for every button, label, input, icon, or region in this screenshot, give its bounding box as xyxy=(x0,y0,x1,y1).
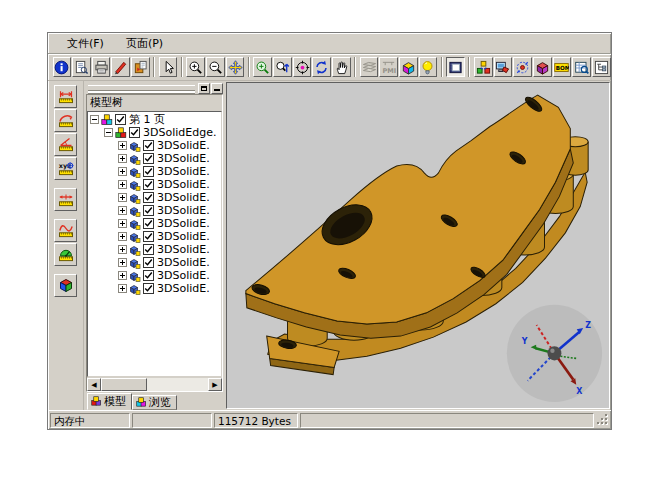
tree-node-label[interactable]: 3DSolidE. xyxy=(157,178,210,191)
expand-icon[interactable] xyxy=(118,154,127,163)
part-icon xyxy=(129,205,141,217)
part-icon xyxy=(129,244,141,256)
expand-icon[interactable] xyxy=(118,141,127,150)
part-icon xyxy=(129,153,141,165)
measure-radius-button[interactable] xyxy=(54,109,77,132)
tree-node-label[interactable]: 第 1 页 xyxy=(129,112,165,127)
collapse-icon[interactable] xyxy=(90,115,99,124)
table-view-button[interactable] xyxy=(572,57,591,77)
rotate-center-button[interactable] xyxy=(513,57,532,77)
select-button[interactable] xyxy=(159,57,178,77)
menu-item-0[interactable]: 文件(F) xyxy=(58,34,113,53)
tab-browse[interactable]: 浏览 xyxy=(132,395,177,410)
measure-volume-button[interactable] xyxy=(54,274,77,297)
visibility-checkbox[interactable] xyxy=(143,244,154,255)
expand-icon[interactable] xyxy=(118,232,127,241)
zoom-out-button[interactable] xyxy=(206,57,225,77)
visibility-checkbox[interactable] xyxy=(143,231,154,242)
tree-node-label[interactable]: 3DSolidE. xyxy=(157,204,210,217)
visibility-checkbox[interactable] xyxy=(143,140,154,151)
expand-icon[interactable] xyxy=(118,206,127,215)
maximize-icon xyxy=(201,86,207,91)
expand-icon[interactable] xyxy=(118,167,127,176)
tree-node-label[interactable]: 3DSolidE. xyxy=(157,269,210,282)
lighting-button[interactable] xyxy=(419,57,438,77)
measure-length-button[interactable] xyxy=(54,188,77,211)
expand-icon[interactable] xyxy=(118,245,127,254)
visibility-checkbox[interactable] xyxy=(143,205,154,216)
zoom-in-button[interactable] xyxy=(186,57,205,77)
scroll-thumb[interactable] xyxy=(101,378,147,391)
tree-node-label[interactable]: 3DSolidE. xyxy=(157,282,210,295)
solid-part-button[interactable] xyxy=(533,57,552,77)
measure-length-icon xyxy=(58,191,74,207)
zoom-window-button[interactable] xyxy=(273,57,292,77)
3d-model-canvas[interactable]: ZXY xyxy=(227,83,609,408)
measure-curve-button[interactable] xyxy=(54,219,77,242)
tree-node-label[interactable]: 3DSolidE. xyxy=(157,230,210,243)
assembly-button[interactable] xyxy=(474,57,493,77)
structure-list-button[interactable] xyxy=(592,57,611,77)
visibility-checkbox[interactable] xyxy=(143,192,154,203)
viewport-3d[interactable]: ZXY xyxy=(226,82,610,409)
tree-node-label[interactable]: 3DSolidE. xyxy=(157,217,210,230)
rotate-button[interactable] xyxy=(312,57,331,77)
visibility-checkbox[interactable] xyxy=(143,153,154,164)
part-icon xyxy=(129,218,141,230)
visibility-checkbox[interactable] xyxy=(143,218,154,229)
export-button[interactable] xyxy=(131,57,150,77)
annotate-button[interactable] xyxy=(111,57,130,77)
measure-coordinate-button[interactable]: xyz xyxy=(54,157,77,180)
expand-icon[interactable] xyxy=(118,219,127,228)
expand-icon[interactable] xyxy=(118,284,127,293)
tree-node-label[interactable]: 3DSolidEdge. xyxy=(143,126,216,139)
workstation-button[interactable] xyxy=(494,57,513,77)
views-button[interactable] xyxy=(399,57,418,77)
visibility-checkbox[interactable] xyxy=(143,270,154,281)
visibility-checkbox[interactable] xyxy=(115,114,126,125)
collapse-icon[interactable] xyxy=(104,128,113,137)
measure-xyz-icon: xyz xyxy=(58,160,74,176)
tree-row: 3DSolidE. xyxy=(88,191,221,204)
panel-gripper[interactable] xyxy=(86,82,223,94)
panel-maximize-button[interactable] xyxy=(198,83,210,94)
layers-button[interactable] xyxy=(360,57,379,77)
visibility-checkbox[interactable] xyxy=(129,127,140,138)
visibility-checkbox[interactable] xyxy=(143,257,154,268)
model-tree-toggle-button[interactable] xyxy=(446,57,465,77)
tree-node-label[interactable]: 3DSolidE. xyxy=(157,256,210,269)
resize-grip-icon[interactable] xyxy=(596,413,609,428)
pan-hand-button[interactable] xyxy=(332,57,351,77)
about-button[interactable] xyxy=(53,57,72,77)
zoom-dynamic-button[interactable] xyxy=(253,57,272,77)
visibility-checkbox[interactable] xyxy=(143,179,154,190)
measure-gauge-button[interactable] xyxy=(54,243,77,266)
print-preview-button[interactable] xyxy=(72,57,91,77)
expand-icon[interactable] xyxy=(118,271,127,280)
bom-button[interactable]: BOM xyxy=(553,57,572,77)
tree-node-label[interactable]: 3DSolidE. xyxy=(157,191,210,204)
pan-move-button[interactable] xyxy=(226,57,245,77)
tab-model[interactable]: 模型 xyxy=(87,393,132,410)
tree-horizontal-scrollbar[interactable]: ◀ ▶ xyxy=(87,377,222,391)
measure-angle-button[interactable] xyxy=(54,133,77,156)
print-button[interactable] xyxy=(92,57,111,77)
menu-item-1[interactable]: 页面(P) xyxy=(117,34,172,53)
tree-node-label[interactable]: 3DSolidE. xyxy=(157,139,210,152)
visibility-checkbox[interactable] xyxy=(143,166,154,177)
expand-icon[interactable] xyxy=(118,258,127,267)
tree-node-label[interactable]: 3DSolidE. xyxy=(157,243,210,256)
rotate-target-button[interactable] xyxy=(293,57,312,77)
page-icon xyxy=(101,114,113,126)
expand-icon[interactable] xyxy=(118,193,127,202)
visibility-checkbox[interactable] xyxy=(143,283,154,294)
status-panel-1 xyxy=(132,413,212,428)
scroll-left-button[interactable]: ◀ xyxy=(87,378,101,391)
scroll-right-button[interactable]: ▶ xyxy=(208,378,222,391)
tree-node-label[interactable]: 3DSolidE. xyxy=(157,165,210,178)
measure-distance-button[interactable] xyxy=(54,85,77,108)
expand-icon[interactable] xyxy=(118,180,127,189)
tree-node-label[interactable]: 3DSolidE. xyxy=(157,152,210,165)
pmi-button[interactable]: PMI xyxy=(379,57,398,77)
panel-hide-button[interactable] xyxy=(211,83,223,94)
